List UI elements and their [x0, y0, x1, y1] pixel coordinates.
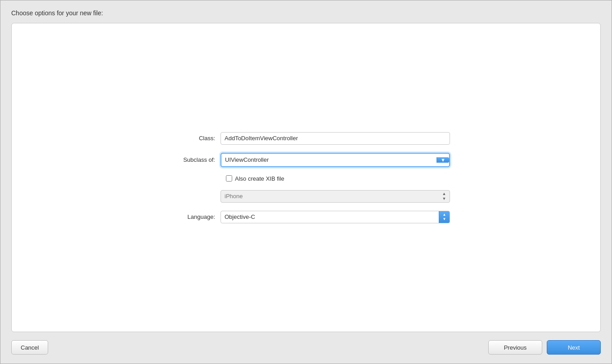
footer-right: Previous Next — [488, 340, 601, 355]
xib-checkbox-row: Also create XIB file — [226, 175, 450, 182]
language-dropdown-button[interactable]: ▲ ▼ — [439, 211, 450, 223]
footer-left: Cancel — [11, 340, 48, 355]
xib-checkbox[interactable] — [226, 175, 232, 182]
iphone-input[interactable] — [221, 190, 441, 203]
chevron-up-icon: ▲ — [443, 213, 446, 217]
subclass-input[interactable] — [221, 154, 436, 166]
language-wrapper: ▲ ▼ — [220, 211, 450, 223]
subclass-wrapper: ▼ — [220, 153, 450, 167]
content-box: Class: Subclass of: ▼ Also create XIB fi… — [11, 23, 601, 332]
chevron-down-icon: ▼ — [442, 196, 446, 201]
iphone-row: ▲ ▼ — [162, 190, 450, 203]
class-label: Class: — [162, 135, 220, 142]
next-button[interactable]: Next — [547, 340, 601, 355]
subclass-row: Subclass of: ▼ — [162, 153, 450, 167]
footer: Cancel Previous Next — [11, 340, 601, 355]
chevron-down-icon: ▼ — [441, 157, 446, 163]
class-input[interactable] — [220, 132, 450, 145]
language-label: Language: — [162, 213, 220, 220]
language-row: Language: ▲ ▼ — [162, 211, 450, 223]
previous-button[interactable]: Previous — [488, 340, 542, 355]
class-row: Class: — [162, 132, 450, 145]
form-container: Class: Subclass of: ▼ Also create XIB fi… — [162, 132, 450, 223]
subclass-dropdown-button[interactable]: ▼ — [436, 157, 449, 163]
cancel-button[interactable]: Cancel — [11, 340, 48, 355]
chevron-down-icon: ▼ — [443, 217, 446, 221]
iphone-spinner[interactable]: ▲ ▼ — [441, 191, 450, 202]
subclass-label: Subclass of: — [162, 156, 220, 163]
language-input[interactable] — [221, 211, 439, 223]
xib-checkbox-label[interactable]: Also create XIB file — [235, 175, 284, 182]
page-title: Choose options for your new file: — [11, 9, 601, 17]
iphone-wrapper: ▲ ▼ — [220, 190, 450, 203]
chevron-up-icon: ▲ — [442, 191, 446, 196]
